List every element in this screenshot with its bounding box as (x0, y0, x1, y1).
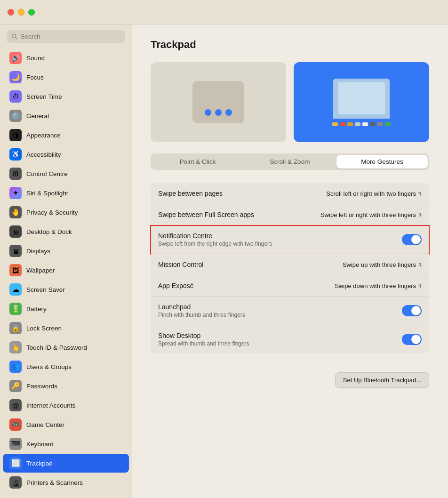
sidebar-item-accessibility[interactable]: ♿Accessibility (3, 145, 129, 164)
dropdown-chevron-app-expose: ⇅ (418, 283, 422, 289)
controlcentre-icon: ⊞ (9, 168, 22, 180)
sidebar-item-screentime[interactable]: ⏱Screen Time (3, 87, 129, 106)
sidebar-item-users[interactable]: 👥Users & Groups (3, 357, 129, 376)
sidebar-item-internet[interactable]: @Internet Accounts (3, 396, 129, 415)
sidebar-item-desktop[interactable]: 🖥Desktop & Dock (3, 222, 129, 241)
desktop-label: Desktop & Dock (26, 228, 72, 235)
touchid-icon: 👆 (9, 341, 22, 353)
bluetooth-button[interactable]: Set Up Bluetooth Trackpad... (335, 372, 429, 388)
sidebar-item-trackpad[interactable]: ⬜Trackpad (3, 454, 129, 473)
users-icon: 👥 (9, 361, 22, 373)
dropdown-value-mission-control: Swipe up with three fingers (343, 261, 416, 268)
focus-label: Focus (26, 74, 44, 81)
dropdown-chevron-mission-control: ⇅ (418, 262, 422, 267)
tab-more-gestures[interactable]: More Gestures (336, 155, 428, 169)
controlcentre-label: Control Centre (26, 170, 68, 177)
laptop-screen-inner (338, 82, 385, 114)
row-left-mission-control: Mission Control (158, 261, 203, 268)
screentime-icon: ⏱ (9, 90, 22, 103)
tab-bar: Point & ClickScroll & ZoomMore Gestures (151, 153, 429, 170)
row-title-launchpad: Launchpad (158, 303, 245, 311)
sidebar-item-appearance[interactable]: ◑Appearance (3, 126, 129, 145)
trackpad-dot-3 (225, 109, 232, 116)
sidebar-item-touchid[interactable]: 👆Touch ID & Password (3, 338, 129, 357)
laptop-color-7 (385, 122, 391, 126)
preview-row (151, 62, 429, 142)
battery-label: Battery (26, 305, 47, 313)
content-area: Trackpad Point & (132, 24, 448, 498)
desktop-icon: 🖥 (9, 225, 22, 238)
trackpad-dot-1 (205, 109, 211, 116)
laptop-color-6 (377, 122, 383, 126)
settings-row-launchpad: LaunchpadPinch with thumb and three fing… (151, 297, 429, 325)
settings-row-notification-centre: Notification CentreSwipe left from the r… (151, 225, 429, 254)
sidebar-item-sound[interactable]: 🔊Sound (3, 48, 129, 67)
battery-icon: 🔋 (9, 303, 22, 315)
sidebar-item-controlcentre[interactable]: ⊞Control Centre (3, 164, 129, 183)
row-right-swipe-fullscreen: Swipe left or right with three fingers ⇅ (320, 211, 422, 218)
dropdown-mission-control[interactable]: Swipe up with three fingers ⇅ (343, 261, 422, 268)
general-label: General (26, 112, 49, 120)
keyboard-label: Keyboard (26, 441, 54, 448)
close-button[interactable] (8, 9, 14, 16)
wallpaper-label: Wallpaper (26, 267, 55, 274)
row-title-app-expose: App Exposé (158, 282, 194, 289)
row-title-mission-control: Mission Control (158, 261, 203, 268)
toggle-launchpad[interactable] (402, 305, 422, 316)
row-left-launchpad: LaunchpadPinch with thumb and three fing… (158, 303, 245, 318)
svg-line-1 (16, 37, 17, 39)
laptop-color-4 (362, 122, 368, 126)
printers-icon: 🖨 (9, 476, 22, 489)
toggle-notification-centre[interactable] (402, 234, 422, 245)
search-box[interactable] (7, 30, 125, 43)
settings-row-show-desktop: Show DesktopSpread with thumb and three … (151, 325, 429, 353)
privacy-label: Privacy & Security (26, 209, 78, 216)
row-right-app-expose: Swipe down with three fingers ⇅ (335, 282, 422, 289)
sidebar-item-general[interactable]: ⚙️General (3, 106, 129, 125)
lockscreen-icon: 🔒 (9, 322, 22, 334)
sidebar-item-wallpaper[interactable]: 🖼Wallpaper (3, 261, 129, 280)
sidebar-item-displays[interactable]: 🖥Displays (3, 241, 129, 260)
keyboard-icon: ⌨ (9, 438, 22, 450)
sidebar-item-keyboard[interactable]: ⌨Keyboard (3, 434, 129, 453)
screentime-label: Screen Time (26, 93, 62, 100)
tab-point-click[interactable]: Point & Click (152, 155, 243, 169)
tab-scroll-zoom[interactable]: Scroll & Zoom (244, 155, 336, 169)
row-right-mission-control: Swipe up with three fingers ⇅ (343, 261, 422, 268)
trackpad-icon: ⬜ (9, 457, 22, 469)
sidebar-item-lockscreen[interactable]: 🔒Lock Screen (3, 319, 129, 337)
dropdown-swipe-fullscreen[interactable]: Swipe left or right with three fingers ⇅ (320, 211, 422, 218)
toggle-show-desktop[interactable] (402, 334, 422, 345)
row-left-swipe-fullscreen: Swipe between Full Screen apps (158, 211, 254, 218)
dropdown-swipe-pages[interactable]: Scroll left or right with two fingers ⇅ (326, 190, 422, 197)
row-title-swipe-pages: Swipe between pages (158, 190, 223, 197)
sidebar-item-focus[interactable]: 🌙Focus (3, 68, 129, 87)
touchid-label: Touch ID & Password (26, 344, 87, 351)
sidebar-item-battery[interactable]: 🔋Battery (3, 299, 129, 318)
sidebar-item-gamecenter[interactable]: 🎮Game Center (3, 415, 129, 434)
laptop-color-3 (355, 122, 360, 126)
gamecenter-icon: 🎮 (9, 418, 22, 431)
sidebar-item-privacy[interactable]: 🤚Privacy & Security (3, 203, 129, 222)
maximize-button[interactable] (28, 9, 35, 16)
row-right-notification-centre (402, 234, 422, 245)
screensaver-icon: ☁ (9, 283, 22, 296)
svg-point-0 (12, 34, 16, 38)
dropdown-value-swipe-pages: Scroll left or right with two fingers (326, 190, 416, 197)
search-input[interactable] (21, 33, 120, 40)
toggle-knob-notification-centre (411, 235, 421, 244)
search-icon (11, 33, 18, 40)
sidebar-item-siri[interactable]: ✦Siri & Spotlight (3, 184, 129, 202)
minimize-button[interactable] (18, 9, 24, 16)
internet-label: Internet Accounts (26, 402, 75, 409)
passwords-icon: 🔑 (9, 380, 22, 392)
trackpad-illustration (192, 81, 244, 123)
accessibility-label: Accessibility (26, 151, 61, 158)
displays-icon: 🖥 (9, 245, 22, 257)
sidebar-item-passwords[interactable]: 🔑Passwords (3, 377, 129, 395)
sidebar-item-printers[interactable]: 🖨Printers & Scanners (3, 473, 129, 492)
sound-icon: 🔊 (9, 52, 22, 64)
row-left-show-desktop: Show DesktopSpread with thumb and three … (158, 332, 249, 347)
dropdown-app-expose[interactable]: Swipe down with three fingers ⇅ (335, 282, 422, 289)
sidebar-item-screensaver[interactable]: ☁Screen Saver (3, 280, 129, 299)
